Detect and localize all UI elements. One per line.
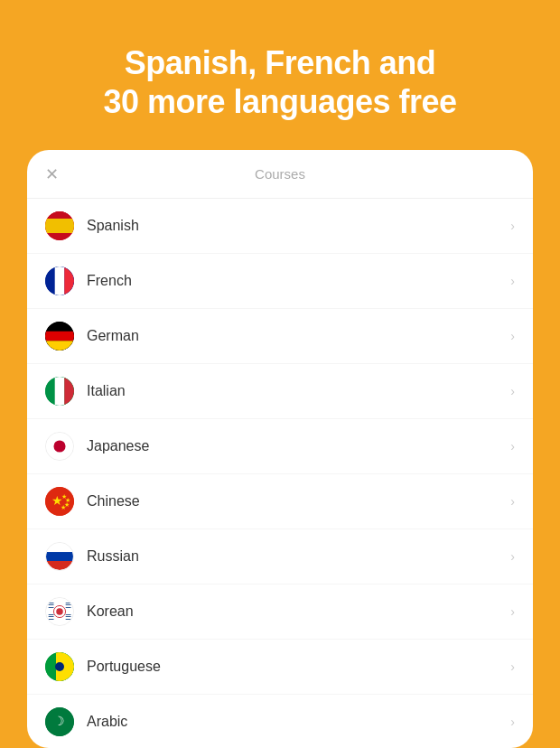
svg-point-37 (55, 662, 64, 671)
svg-rect-1 (45, 219, 74, 233)
flag-japanese (45, 432, 74, 461)
language-name-russian: Russian (87, 548, 510, 565)
svg-text:☽: ☽ (53, 714, 65, 728)
language-name-korean: Korean (87, 603, 510, 620)
language-item-portuguese[interactable]: Portuguese› (27, 640, 533, 695)
chevron-right-icon: › (510, 384, 515, 398)
language-name-spanish: Spanish (87, 218, 510, 234)
flag-spanish (45, 211, 74, 240)
svg-rect-25 (46, 552, 73, 561)
language-item-spanish[interactable]: Spanish› (27, 199, 533, 254)
language-item-german[interactable]: German› (27, 309, 533, 364)
language-name-arabic: Arabic (87, 714, 510, 730)
language-item-french[interactable]: French› (27, 254, 533, 309)
svg-text:☰: ☰ (65, 603, 71, 611)
courses-card: ✕ Courses Spanish› French› German› Itali… (27, 150, 533, 748)
language-item-arabic[interactable]: ☽ Arabic› (27, 695, 533, 748)
language-item-russian[interactable]: Russian› (27, 529, 533, 584)
svg-rect-9 (45, 332, 74, 341)
headline-line2: 30 more languages free (103, 83, 456, 120)
svg-rect-14 (64, 377, 74, 406)
svg-text:★: ★ (61, 504, 66, 510)
headline-line1: Spanish, French and (125, 44, 436, 81)
flag-italian (45, 377, 74, 406)
header: Spanish, French and 30 more languages fr… (0, 0, 560, 150)
flag-russian (45, 542, 74, 571)
headline: Spanish, French and 30 more languages fr… (54, 43, 506, 121)
svg-rect-6 (64, 266, 74, 295)
language-name-japanese: Japanese (87, 438, 510, 454)
flag-german (45, 322, 74, 351)
svg-point-29 (56, 609, 63, 616)
chevron-right-icon: › (510, 439, 515, 453)
language-list: Spanish› French› German› Italian› Japane… (27, 199, 533, 748)
chevron-right-icon: › (510, 494, 515, 509)
svg-rect-13 (55, 377, 65, 406)
chevron-right-icon: › (510, 219, 515, 233)
language-item-korean[interactable]: ☰ ☰ ☰ ☰ Korean› (27, 584, 533, 640)
svg-rect-10 (45, 341, 74, 351)
chevron-right-icon: › (510, 274, 515, 288)
flag-korean: ☰ ☰ ☰ ☰ (45, 597, 74, 626)
language-name-chinese: Chinese (87, 493, 510, 510)
svg-text:☰: ☰ (48, 614, 54, 622)
svg-rect-2 (45, 211, 74, 219)
flag-chinese: ★ ★ ★ ★ ★ (45, 487, 74, 516)
card-header: ✕ Courses (27, 150, 533, 199)
language-name-german: German (87, 328, 510, 344)
chevron-right-icon: › (510, 604, 515, 619)
close-button[interactable]: ✕ (45, 166, 59, 182)
svg-rect-26 (46, 561, 73, 570)
flag-portuguese (45, 652, 74, 681)
svg-point-16 (53, 441, 65, 453)
language-name-portuguese: Portuguese (87, 659, 510, 675)
chevron-right-icon: › (510, 549, 515, 564)
language-item-italian[interactable]: Italian› (27, 364, 533, 419)
svg-rect-5 (55, 266, 65, 295)
svg-text:☰: ☰ (65, 614, 71, 622)
chevron-right-icon: › (510, 659, 515, 674)
language-name-italian: Italian (87, 383, 510, 399)
language-item-japanese[interactable]: Japanese› (27, 419, 533, 474)
card-title: Courses (255, 166, 305, 182)
flag-french (45, 266, 74, 295)
flag-arabic: ☽ (45, 707, 74, 736)
chevron-right-icon: › (510, 329, 515, 343)
svg-text:☰: ☰ (48, 603, 54, 611)
language-item-chinese[interactable]: ★ ★ ★ ★ ★ Chinese› (27, 474, 533, 529)
chevron-right-icon: › (510, 715, 515, 729)
language-name-french: French (87, 273, 510, 289)
